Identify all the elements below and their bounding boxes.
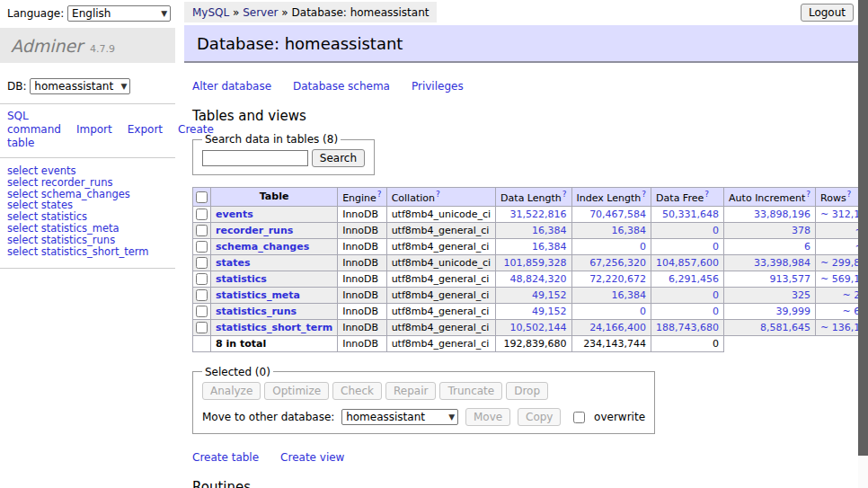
table-name-link[interactable]: statistics_runs bbox=[216, 306, 297, 317]
cell-data_free: 0 bbox=[651, 287, 724, 303]
column-header-label: Rows bbox=[820, 192, 846, 204]
sidebar-divider bbox=[0, 157, 175, 158]
tables-heading: Tables and views bbox=[192, 108, 868, 124]
cell-auto_increment: 39,999 bbox=[724, 303, 816, 319]
cell-collation: utf8mb4_unicode_ci bbox=[386, 254, 495, 271]
bulk-repair-button[interactable]: Repair bbox=[385, 382, 436, 400]
logout-button[interactable]: Logout bbox=[801, 4, 854, 22]
bulk-analyze-button[interactable]: Analyze bbox=[202, 382, 261, 400]
column-help-link[interactable]: ? bbox=[436, 190, 440, 199]
column-header-label: Auto Increment bbox=[729, 192, 805, 204]
move-label: Move to other database: bbox=[202, 411, 334, 423]
sidebar-action-link[interactable]: SQL command bbox=[7, 110, 61, 136]
search-input[interactable] bbox=[202, 150, 308, 166]
scrollbar[interactable] bbox=[858, 0, 868, 488]
selected-buttons: AnalyzeOptimizeCheckRepairTruncateDrop bbox=[202, 382, 645, 400]
column-help-link[interactable]: ? bbox=[704, 190, 709, 199]
selected-legend: Selected (0) bbox=[202, 366, 273, 378]
db-action-link[interactable]: Database schema bbox=[293, 80, 390, 93]
move-button[interactable]: Move bbox=[465, 408, 510, 426]
bulk-truncate-button[interactable]: Truncate bbox=[439, 382, 502, 400]
column-help-link[interactable]: ? bbox=[642, 190, 646, 199]
cell-engine: InnoDB bbox=[338, 222, 386, 238]
table-name-link[interactable]: statistics_meta bbox=[216, 289, 300, 301]
row-checkbox[interactable] bbox=[196, 225, 208, 236]
cell-data_length: 16,384 bbox=[496, 222, 571, 238]
sidebar-table-link[interactable]: select events bbox=[7, 165, 168, 177]
move-row: Move to other database: homeassistant ▼ … bbox=[202, 408, 645, 426]
overwrite-label: overwrite bbox=[594, 411, 645, 423]
cell-index_length: 0 bbox=[571, 303, 651, 319]
cell-engine: InnoDB bbox=[338, 238, 386, 254]
column-help-link[interactable]: ? bbox=[562, 190, 567, 199]
sidebar-actions: SQL commandImportExportCreate table bbox=[0, 110, 175, 150]
table-name-link[interactable]: states bbox=[216, 257, 251, 269]
sidebar-table-link[interactable]: select statistics_short_term bbox=[7, 246, 168, 258]
bulk-drop-button[interactable]: Drop bbox=[506, 382, 548, 400]
column-header-engine: Engine? bbox=[338, 188, 386, 207]
row-checkbox[interactable] bbox=[196, 257, 208, 269]
chevron-down-icon: ▼ bbox=[448, 413, 455, 421]
sidebar-table-link[interactable]: select statistics_runs bbox=[7, 235, 168, 246]
total-data-free: 0 bbox=[651, 335, 724, 351]
breadcrumb-link[interactable]: MySQL bbox=[192, 6, 229, 19]
table-name-link[interactable]: recorder_runs bbox=[216, 225, 293, 236]
table-name-link[interactable]: events bbox=[216, 209, 253, 220]
breadcrumb-link[interactable]: Server bbox=[243, 6, 278, 19]
scrollbar-thumb[interactable] bbox=[858, 0, 868, 456]
bulk-optimize-button[interactable]: Optimize bbox=[264, 382, 329, 400]
sidebar-action-link[interactable]: Import bbox=[76, 123, 112, 136]
sidebar-table-link[interactable]: select statistics_meta bbox=[7, 223, 168, 235]
cell-data_length: 31,522,816 bbox=[496, 206, 571, 222]
db-action-link[interactable]: Privileges bbox=[412, 80, 464, 93]
sidebar-action-link[interactable]: Export bbox=[128, 123, 163, 136]
move-db-select[interactable]: homeassistant ▼ bbox=[341, 409, 458, 425]
table-name-link[interactable]: statistics_short_term bbox=[216, 322, 332, 333]
cell-engine: InnoDB bbox=[338, 254, 386, 271]
move-db-select-value: homeassistant bbox=[346, 411, 425, 423]
row-checkbox[interactable] bbox=[196, 306, 208, 317]
app-brand: Adminer 4.7.9 bbox=[0, 28, 175, 63]
search-button[interactable]: Search bbox=[312, 149, 365, 167]
column-header-label: Data Free bbox=[656, 192, 704, 204]
app-name: Adminer bbox=[11, 36, 83, 56]
cell-engine: InnoDB bbox=[338, 206, 386, 222]
table-total-row: 8 in totalInnoDButf8mb4_general_ci192,83… bbox=[193, 335, 868, 351]
cell-engine: InnoDB bbox=[338, 271, 386, 287]
create-link[interactable]: Create view bbox=[280, 451, 344, 464]
table-row: statisticsInnoDButf8mb4_general_ci48,824… bbox=[193, 271, 868, 287]
overwrite-checkbox[interactable] bbox=[573, 412, 585, 423]
sidebar-table-link[interactable]: select recorder_runs bbox=[7, 177, 168, 189]
column-header-index-length: Index Length? bbox=[571, 188, 651, 207]
cell-index_length: 70,467,584 bbox=[571, 206, 651, 222]
table-name-link[interactable]: schema_changes bbox=[216, 241, 309, 253]
db-select[interactable]: homeassistant ▼ bbox=[30, 78, 130, 94]
table-row: recorder_runsInnoDButf8mb4_general_ci16,… bbox=[193, 222, 868, 238]
select-all-checkbox[interactable] bbox=[196, 191, 208, 203]
cell-index_length: 16,384 bbox=[571, 287, 651, 303]
cell-collation: utf8mb4_general_ci bbox=[386, 287, 495, 303]
row-checkbox[interactable] bbox=[196, 241, 208, 253]
column-help-link[interactable]: ? bbox=[377, 190, 382, 199]
column-header-label: Data Length bbox=[500, 192, 562, 204]
cell-data_free: 104,857,600 bbox=[651, 254, 724, 271]
cell-data_free: 50,331,648 bbox=[651, 206, 724, 222]
topbar: MySQL » Server » Database: homeassistant bbox=[184, 0, 868, 22]
column-help-link[interactable]: ? bbox=[806, 190, 810, 199]
total-label: 8 in total bbox=[216, 338, 266, 350]
create-link[interactable]: Create table bbox=[192, 451, 259, 464]
copy-button[interactable]: Copy bbox=[518, 408, 561, 426]
table-name-link[interactable]: statistics bbox=[216, 273, 267, 285]
language-select[interactable]: English ▼ bbox=[67, 5, 171, 22]
bulk-check-button[interactable]: Check bbox=[332, 382, 382, 400]
page-title: Database: homeassistant bbox=[184, 25, 868, 63]
row-checkbox[interactable] bbox=[196, 273, 208, 285]
row-checkbox[interactable] bbox=[196, 322, 208, 333]
db-selector-row: DB: homeassistant ▼ bbox=[0, 63, 175, 96]
row-checkbox[interactable] bbox=[196, 209, 208, 220]
column-help-link[interactable]: ? bbox=[847, 190, 852, 199]
row-checkbox[interactable] bbox=[196, 289, 208, 301]
db-action-link[interactable]: Alter database bbox=[192, 80, 271, 93]
cell-data_length: 48,824,320 bbox=[496, 271, 571, 287]
cell-index_length: 72,220,672 bbox=[571, 271, 651, 287]
